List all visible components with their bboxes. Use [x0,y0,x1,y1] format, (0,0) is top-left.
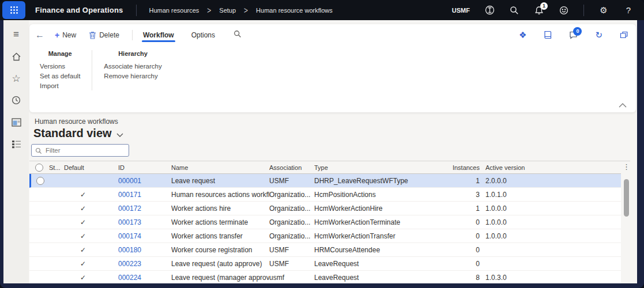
row-type: HcmWorkerActionHire [314,204,432,213]
table-row[interactable]: ✓000224Leave request (manager approval)u… [29,271,621,283]
row-select-radio[interactable] [31,177,49,185]
toolbar-search-icon[interactable] [234,30,242,40]
row-id: 000171 [118,191,171,199]
environment-label[interactable]: USMF [452,7,470,14]
workflows-grid: St... Default ID Name Association Type I… [29,161,630,283]
row-type: HcmWorkerActionTransfer [314,232,432,240]
row-association: Organizatio... [269,204,314,213]
table-row[interactable]: ✓000174Worker actions transferOrganizati… [29,229,621,243]
messages-icon[interactable]: 0 [569,31,578,39]
view-selector[interactable]: Standard view [33,127,637,140]
modules-icon[interactable] [6,133,27,155]
row-default: ✓ [63,246,118,254]
row-name: Worker course registration [171,246,269,254]
waffle-menu-icon[interactable] [2,1,25,19]
table-row[interactable]: ✓000180Worker course registrationUSMFHRM… [29,243,621,257]
app-title[interactable]: Finance and Operations [35,6,123,14]
action-pane: ← + New Delete Workflow Options [29,24,636,112]
tab-workflow[interactable]: Workflow [142,26,175,44]
workflow-id-link[interactable]: 000173 [118,218,141,226]
breadcrumb-item[interactable]: Human resources [149,7,199,14]
page-content: ← + New Delete Workflow Options [29,20,637,283]
help-icon[interactable]: ? [623,5,634,16]
table-row[interactable]: ✓000172Worker actions hireOrganizatio...… [29,202,621,215]
workflow-id-link[interactable]: 000223 [118,260,141,268]
workflow-id-link[interactable]: 000174 [118,232,141,240]
versions-button[interactable]: Versions [40,61,80,71]
group-hierarchy: Hierarchy Associate hierarchy Remove hie… [104,50,161,90]
column-header-name[interactable]: Name [171,164,269,171]
recent-clock-icon[interactable] [6,89,27,111]
new-button[interactable]: + New [55,31,76,40]
breadcrumb-item[interactable]: Setup [219,7,236,14]
row-type: HRMCourseAttendee [314,246,432,254]
tab-options[interactable]: Options [190,26,216,44]
row-name: Human resources actions workfl... [171,191,269,199]
view-title-text: Standard view [33,127,112,140]
check-icon: ✓ [80,218,86,226]
workspace-icon[interactable] [6,111,27,133]
breadcrumb: Human resources > Setup > Human resource… [149,6,333,14]
main-frame: ≡ ☆ [3,20,637,283]
nav-sidebar: ≡ ☆ [3,20,29,283]
column-header-id[interactable]: ID [118,164,171,171]
messages-badge: 0 [573,27,582,36]
row-default: ✓ [63,232,118,240]
grid-scrollbar-thumb[interactable] [624,179,629,217]
trash-icon [89,31,96,39]
copilot-icon[interactable] [484,5,495,16]
row-id: 000172 [118,204,171,213]
workflow-id-link[interactable]: 000171 [118,191,141,199]
notifications-bell-icon[interactable]: 1 [534,5,544,16]
settings-gear-icon[interactable]: ⚙ [598,5,609,16]
column-header-instances[interactable]: Instances [432,164,480,171]
collapse-action-pane-icon[interactable] [619,101,627,109]
row-name: Worker actions hire [171,204,269,213]
import-button[interactable]: Import [40,81,80,90]
table-row[interactable]: 000001Leave requestUSMFDHRP_LeaveRequest… [29,174,621,188]
set-as-default-button[interactable]: Set as default [40,71,80,81]
table-row[interactable]: ✓000223Leave request (auto approve)USMFL… [29,257,621,271]
row-association: USMF [269,246,314,254]
diamond-grid-icon[interactable]: ❖ [519,30,526,40]
search-icon[interactable] [509,5,519,16]
notifications-badge: 1 [540,2,548,10]
row-id: 000174 [118,232,171,240]
back-button[interactable]: ← [35,30,44,40]
task-guide-book-icon[interactable] [544,31,552,39]
group-manage: Manage Versions Set as default Import [40,50,80,90]
breadcrumb-item[interactable]: Human resource workflows [256,7,333,14]
workflow-id-link[interactable]: 000172 [118,204,141,213]
row-name: Worker actions terminate [171,218,269,226]
table-row[interactable]: ✓000171Human resources actions workfl...… [29,188,621,202]
workflow-id-link[interactable]: 000224 [118,274,141,282]
refresh-icon[interactable]: ↻ [595,30,602,40]
grid-rows: 000001Leave requestUSMFDHRP_LeaveRequest… [29,174,630,283]
row-default: ✓ [63,218,118,226]
feedback-smiley-icon[interactable] [559,5,569,16]
column-header-active-version[interactable]: Active version [480,164,555,171]
select-all-radio[interactable] [29,164,49,172]
grid-options-kebab-icon[interactable]: ⋮ [623,161,630,173]
table-row[interactable]: ✓000173Worker actions terminateOrganizat… [29,215,621,229]
associate-hierarchy-button[interactable]: Associate hierarchy [104,61,161,71]
filter-search-icon [35,146,42,157]
column-header-association[interactable]: Association [269,164,314,171]
favorites-star-icon[interactable]: ☆ [6,67,27,89]
row-name: Leave request [171,177,269,185]
filter-input[interactable] [31,144,129,157]
group-title: Hierarchy [104,50,161,57]
delete-button[interactable]: Delete [89,31,119,39]
column-header-status[interactable]: St... [49,164,63,171]
row-association: usmf [269,274,314,282]
column-header-type[interactable]: Type [314,164,432,171]
expand-menu-icon[interactable]: ≡ [6,24,27,46]
column-header-default[interactable]: Default [63,164,118,171]
workflow-id-link[interactable]: 000001 [118,177,141,185]
open-in-new-window-icon[interactable] [620,31,628,39]
check-icon: ✓ [80,204,86,213]
home-icon[interactable] [6,46,27,67]
remove-hierarchy-button[interactable]: Remove hierarchy [104,71,161,81]
workflow-id-link[interactable]: 000180 [118,246,141,254]
toolbar-right-icons: ❖ 0 ↻ [519,30,628,40]
